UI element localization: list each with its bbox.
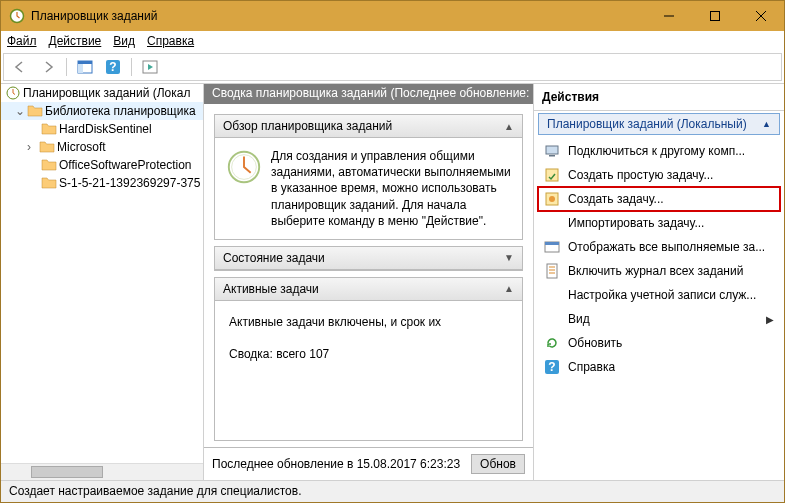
tree-item-label: Microsoft (57, 140, 106, 154)
actions-pane: Действия Планировщик заданий (Локальный)… (534, 84, 784, 480)
status-text: Создает настраиваемое задание для специа… (9, 484, 302, 498)
active-line1: Активные задачи включены, и срок их (229, 315, 508, 329)
action-label: Настройка учетной записи служ... (568, 288, 756, 302)
summary-body: Обзор планировщика заданий ▲ Для создани… (204, 104, 533, 447)
close-button[interactable] (738, 1, 784, 31)
action-create-basic-task[interactable]: Создать простую задачу... (538, 163, 780, 187)
action-label: Создать простую задачу... (568, 168, 713, 182)
toolbar-help-button[interactable]: ? (101, 56, 125, 78)
task-basic-icon (544, 167, 560, 183)
status-section: Состояние задачи ▼ (214, 246, 523, 271)
collapse-icon: ▲ (762, 119, 771, 129)
active-title: Активные задачи (223, 282, 319, 296)
toolbar-pane-button[interactable] (73, 56, 97, 78)
blank-icon (544, 215, 560, 231)
tree-root[interactable]: Планировщик заданий (Локал (1, 84, 203, 102)
action-connect[interactable]: Подключиться к другому комп... (538, 139, 780, 163)
action-label: Создать задачу... (568, 192, 664, 206)
minimize-button[interactable] (646, 1, 692, 31)
log-icon (544, 263, 560, 279)
menu-action[interactable]: Действие (49, 34, 102, 48)
summary-pane: Сводка планировщика заданий (Последнее о… (204, 84, 534, 480)
action-enable-history[interactable]: Включить журнал всех заданий (538, 259, 780, 283)
svg-text:?: ? (548, 360, 555, 374)
refresh-button[interactable]: Обнов (471, 454, 525, 474)
svg-text:?: ? (109, 60, 116, 74)
overview-header[interactable]: Обзор планировщика заданий ▲ (215, 115, 522, 138)
tree-item-label: HardDiskSentinel (59, 122, 152, 136)
svg-point-15 (549, 196, 555, 202)
tree-root-label: Планировщик заданий (Локал (23, 86, 190, 100)
back-button[interactable] (8, 56, 32, 78)
chevron-up-icon: ▲ (504, 121, 514, 132)
summary-footer: Последнее обновление в 15.08.2017 6:23:2… (204, 447, 533, 480)
chevron-down-icon: ▼ (504, 252, 514, 263)
action-label: Импортировать задачу... (568, 216, 704, 230)
status-header[interactable]: Состояние задачи ▼ (215, 247, 522, 270)
window: Планировщик заданий Файл Действие Вид Сп… (0, 0, 785, 503)
tree-library-label: Библиотека планировщика (45, 104, 196, 118)
tree-item-label: S-1-5-21-1392369297-375 (59, 176, 200, 190)
tree-scrollbar-h[interactable] (1, 463, 203, 480)
task-icon (544, 191, 560, 207)
content: Планировщик заданий (Локал ⌄ Библиотека … (1, 83, 784, 480)
toolbar-sep (66, 58, 67, 76)
expand-icon[interactable]: ⌄ (15, 104, 27, 118)
actions-list: Подключиться к другому комп... Создать п… (534, 137, 784, 381)
toolbar: ? (3, 53, 782, 81)
action-refresh[interactable]: Обновить (538, 331, 780, 355)
overview-body: Для создания и управления общими задания… (215, 138, 522, 239)
expand-icon[interactable]: › (27, 140, 39, 154)
tree-item-microsoft[interactable]: › Microsoft (1, 138, 203, 156)
tree-item-officesoftwareprotection[interactable]: OfficeSoftwareProtection (1, 156, 203, 174)
actions-title: Действия (534, 84, 784, 111)
statusbar: Создает настраиваемое задание для специа… (1, 480, 784, 502)
forward-button[interactable] (36, 56, 60, 78)
active-header[interactable]: Активные задачи ▲ (215, 278, 522, 301)
active-body: Активные задачи включены, и срок их Свод… (215, 301, 522, 383)
summary-header: Сводка планировщика заданий (Последнее о… (204, 84, 533, 104)
action-create-task[interactable]: Создать задачу... (538, 187, 780, 211)
maximize-button[interactable] (692, 1, 738, 31)
toolbar-sep2 (131, 58, 132, 76)
submenu-icon: ▶ (766, 314, 774, 325)
clock-icon (225, 148, 263, 186)
refresh-icon (544, 335, 560, 351)
computer-icon (544, 143, 560, 159)
help-icon: ? (544, 359, 560, 375)
app-icon (9, 8, 25, 24)
action-label: Включить журнал всех заданий (568, 264, 743, 278)
folder-icon (41, 121, 57, 137)
toolbar-run-button[interactable] (138, 56, 162, 78)
overview-title: Обзор планировщика заданий (223, 119, 392, 133)
tree-library[interactable]: ⌄ Библиотека планировщика (1, 102, 203, 120)
menu-view[interactable]: Вид (113, 34, 135, 48)
window-title: Планировщик заданий (31, 9, 646, 23)
tree-item-sid[interactable]: S-1-5-21-1392369297-375 (1, 174, 203, 192)
svg-rect-17 (545, 242, 559, 245)
running-icon (544, 239, 560, 255)
overview-section: Обзор планировщика заданий ▲ Для создани… (214, 114, 523, 240)
clock-icon (5, 85, 21, 101)
blank-icon (544, 311, 560, 327)
active-line2: Сводка: всего 107 (229, 347, 508, 361)
actions-group-label: Планировщик заданий (Локальный) (547, 117, 747, 131)
menu-file[interactable]: Файл (7, 34, 37, 48)
last-refresh-label: Последнее обновление в 15.08.2017 6:23:2… (212, 457, 460, 471)
svg-rect-4 (78, 64, 83, 73)
action-view[interactable]: Вид ▶ (538, 307, 780, 331)
menu-help[interactable]: Справка (147, 34, 194, 48)
tree-item-harddisksentinel[interactable]: HardDiskSentinel (1, 120, 203, 138)
folder-icon (41, 175, 57, 191)
folder-icon (39, 139, 55, 155)
action-label: Вид (568, 312, 590, 326)
actions-group-header[interactable]: Планировщик заданий (Локальный) ▲ (538, 113, 780, 135)
action-label: Подключиться к другому комп... (568, 144, 745, 158)
titlebar[interactable]: Планировщик заданий (1, 1, 784, 31)
action-label: Справка (568, 360, 615, 374)
action-help[interactable]: ? Справка (538, 355, 780, 379)
action-show-running[interactable]: Отображать все выполняемые за... (538, 235, 780, 259)
action-account-config[interactable]: Настройка учетной записи служ... (538, 283, 780, 307)
action-import-task[interactable]: Импортировать задачу... (538, 211, 780, 235)
svg-rect-1 (711, 12, 720, 21)
